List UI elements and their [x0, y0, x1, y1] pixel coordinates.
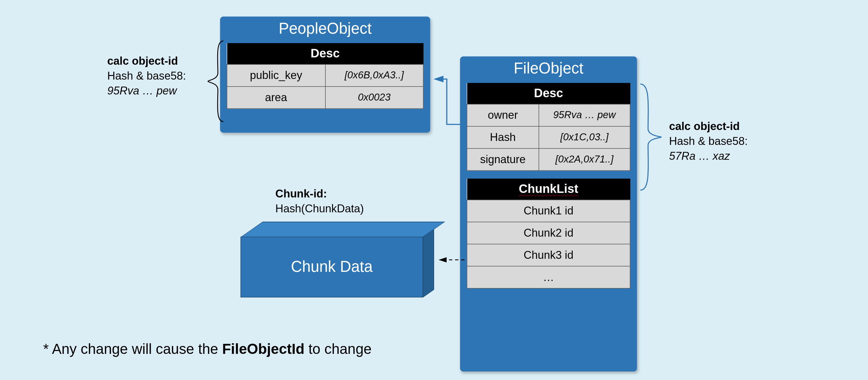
calc-left-l2: Hash & base58:	[107, 69, 186, 84]
calc-right-l3: 57Ra … xaz	[669, 150, 730, 162]
chunk-row: Chunk2 id	[467, 222, 630, 244]
people-row-key: public_key	[227, 64, 325, 87]
file-object-title: FileObject	[460, 57, 637, 83]
file-desc-table: Desc owner 95Rva … pew Hash [0x1C,03..] …	[467, 83, 630, 171]
people-object-panel: PeopleObject Desc public_key [0x6B,0xA3.…	[220, 17, 430, 133]
file-row-key: owner	[467, 104, 539, 126]
calc-left-l1: calc object-id	[107, 55, 178, 67]
calc-left-l3: 95Rva … pew	[107, 85, 177, 97]
file-row-val: [0x2A,0x71..]	[539, 149, 630, 171]
people-desc-header: Desc	[227, 43, 423, 64]
file-row-val: [0x1C,03..]	[539, 126, 630, 149]
footnote-suffix: to change	[304, 341, 372, 357]
file-object-panel: FileObject Desc owner 95Rva … pew Hash […	[460, 57, 637, 372]
people-object-title: PeopleObject	[220, 17, 430, 43]
file-row-val: 95Rva … pew	[539, 104, 630, 126]
chunk-row: …	[467, 266, 630, 288]
file-row-key: signature	[467, 149, 539, 171]
calc-right-l2: Hash & base58:	[669, 134, 748, 149]
diagram-canvas: PeopleObject Desc public_key [0x6B,0xA3.…	[0, 0, 868, 380]
people-desc-table: Desc public_key [0x6B,0xA3..] area 0x002…	[227, 43, 424, 109]
people-row-val: 0x0023	[325, 87, 423, 109]
calc-right-l1: calc object-id	[669, 120, 740, 132]
footnote: * Any change will cause the FileObjectId…	[43, 341, 372, 357]
file-desc-header: Desc	[467, 83, 630, 104]
file-chunklist-table: ChunkList Chunk1 id Chunk2 id Chunk3 id …	[467, 179, 630, 289]
footnote-prefix: * Any change will cause the	[43, 341, 222, 357]
chunk-data-block: Chunk Data	[241, 236, 423, 297]
brace-left-icon	[205, 40, 227, 123]
brace-right-icon	[637, 82, 665, 192]
chunk-data-label: Chunk Data	[291, 258, 372, 276]
chunk-id-title: Chunk-id:	[275, 187, 327, 199]
calc-objectid-right: calc object-id Hash & base58: 57Ra … xaz	[669, 119, 748, 163]
chunk-id-subtitle: Hash(ChunkData)	[275, 201, 364, 216]
calc-objectid-left: calc object-id Hash & base58: 95Rva … pe…	[107, 54, 186, 98]
chunk-row: Chunk3 id	[467, 244, 630, 266]
footnote-strong: FileObjectId	[222, 341, 304, 357]
file-row-key: Hash	[467, 126, 539, 149]
people-row-key: area	[227, 87, 325, 109]
chunk-id-annotation: Chunk-id: Hash(ChunkData)	[275, 186, 364, 216]
people-row-val: [0x6B,0xA3..]	[325, 64, 423, 87]
chunk-row: Chunk1 id	[467, 200, 630, 222]
file-chunklist-header: ChunkList	[519, 182, 579, 196]
